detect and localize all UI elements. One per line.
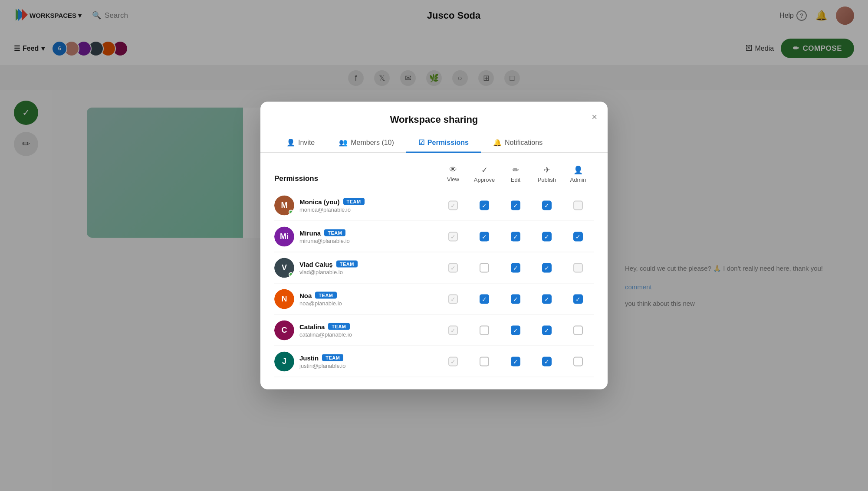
check-cell-0[interactable]: ✓	[437, 263, 469, 272]
check-cell-4[interactable]	[562, 200, 594, 210]
checkbox-checked[interactable]: ✓	[511, 325, 520, 335]
check-cell-3[interactable]: ✓	[531, 263, 562, 272]
checkbox-disabled-checked[interactable]: ✓	[448, 200, 458, 210]
check-cell-3[interactable]: ✓	[531, 294, 562, 304]
tab-members[interactable]: 👥 Members (10)	[327, 134, 406, 153]
check-cell-2[interactable]: ✓	[500, 263, 531, 272]
checkbox-checked[interactable]: ✓	[480, 232, 489, 241]
check-cell-1[interactable]	[469, 357, 500, 366]
checkbox-checked[interactable]: ✓	[542, 357, 552, 366]
col-admin: 👤 Admin	[562, 165, 594, 183]
user-avatar-1: Mi	[274, 226, 294, 246]
user-info: C Catalina TEAM catalina@planable.io	[274, 320, 437, 340]
check-cell-0[interactable]: ✓	[437, 200, 469, 210]
user-details: Miruna TEAM miruna@planable.io	[299, 229, 350, 244]
invite-icon: 👤	[286, 138, 295, 147]
checkbox-checked[interactable]: ✓	[542, 294, 552, 304]
check-cell-2[interactable]: ✓	[500, 232, 531, 241]
checkbox-checked[interactable]: ✓	[480, 294, 489, 304]
user-name: Vlad Caluș	[299, 260, 333, 268]
publish-icon: ✈	[544, 165, 550, 175]
check-cell-1[interactable]	[469, 325, 500, 335]
check-cell-4[interactable]	[562, 263, 594, 272]
check-cell-4[interactable]: ✓	[562, 294, 594, 304]
checkbox-disabled-checked[interactable]: ✓	[448, 263, 458, 272]
check-cell-4[interactable]: ✓	[562, 232, 594, 241]
team-badge: TEAM	[343, 198, 365, 205]
user-name-row: Noa TEAM	[299, 291, 342, 299]
user-info: Mi Miruna TEAM miruna@planable.io	[274, 226, 437, 246]
checkbox-unchecked[interactable]	[480, 263, 489, 272]
team-badge: TEAM	[324, 229, 345, 236]
checkbox-unchecked-large[interactable]	[573, 325, 583, 335]
check-cell-1[interactable]: ✓	[469, 200, 500, 210]
check-cell-1[interactable]: ✓	[469, 294, 500, 304]
checkbox-disabled[interactable]	[573, 200, 583, 210]
checkbox-unchecked-large[interactable]	[573, 357, 583, 366]
user-details: Noa TEAM noa@planable.io	[299, 291, 342, 306]
checkbox-disabled-checked[interactable]: ✓	[448, 294, 458, 304]
check-cell-0[interactable]: ✓	[437, 325, 469, 335]
check-cell-3[interactable]: ✓	[531, 232, 562, 241]
checkbox-disabled-checked[interactable]: ✓	[448, 325, 458, 335]
team-badge: TEAM	[336, 261, 358, 268]
check-cell-3[interactable]: ✓	[531, 200, 562, 210]
user-email: justin@planable.io	[299, 362, 345, 369]
user-name-row: Monica (you) TEAM	[299, 198, 365, 205]
user-details: Catalina TEAM catalina@planable.io	[299, 323, 352, 337]
checkbox-checked[interactable]: ✓	[542, 263, 552, 272]
check-cell-2[interactable]: ✓	[500, 357, 531, 366]
checkbox-checked[interactable]: ✓	[480, 200, 489, 210]
checkbox-checked[interactable]: ✓	[542, 232, 552, 241]
user-info: N Noa TEAM noa@planable.io	[274, 289, 437, 309]
tab-notifications[interactable]: 🔔 Notifications	[481, 134, 555, 153]
checkbox-checked[interactable]: ✓	[511, 200, 520, 210]
modal-tabs: 👤 Invite 👥 Members (10) ☑ Permissions 🔔 …	[260, 134, 608, 153]
checkbox-checked[interactable]: ✓	[511, 263, 520, 272]
check-cell-4[interactable]	[562, 325, 594, 335]
checkbox-checked[interactable]: ✓	[573, 294, 583, 304]
check-cell-1[interactable]: ✓	[469, 232, 500, 241]
approve-icon: ✓	[481, 165, 488, 175]
checkbox-checked[interactable]: ✓	[511, 294, 520, 304]
tab-invite[interactable]: 👤 Invite	[274, 134, 327, 153]
perm-checks: ✓ ✓ ✓ ✓	[437, 200, 594, 210]
permissions-header: Permissions 👁 View ✓ Approve ✏ Edit	[274, 165, 594, 183]
user-email: noa@planable.io	[299, 300, 342, 306]
checkbox-checked[interactable]: ✓	[511, 357, 520, 366]
user-details: Monica (you) TEAM monica@planable.io	[299, 198, 365, 213]
checkbox-checked[interactable]: ✓	[542, 325, 552, 335]
user-email: vlad@planable.io	[299, 268, 358, 275]
check-cell-1[interactable]	[469, 263, 500, 272]
tab-permissions[interactable]: ☑ Permissions	[406, 134, 481, 153]
check-cell-0[interactable]: ✓	[437, 357, 469, 366]
modal-close-button[interactable]: ×	[592, 112, 597, 122]
checkbox-disabled-checked[interactable]: ✓	[448, 232, 458, 241]
perm-checks: ✓ ✓ ✓	[437, 357, 594, 366]
check-cell-3[interactable]: ✓	[531, 357, 562, 366]
team-badge: TEAM	[328, 323, 349, 330]
user-info: M Monica (you) TEAM monica@planable.io	[274, 195, 437, 215]
check-cell-2[interactable]: ✓	[500, 200, 531, 210]
checkbox-checked[interactable]: ✓	[511, 232, 520, 241]
check-cell-0[interactable]: ✓	[437, 232, 469, 241]
check-cell-4[interactable]	[562, 357, 594, 366]
checkbox-checked[interactable]: ✓	[573, 232, 583, 241]
checkbox-unchecked[interactable]	[480, 325, 489, 335]
user-email: miruna@planable.io	[299, 237, 350, 244]
user-rows: M Monica (you) TEAM monica@planable.io ✓…	[274, 190, 594, 377]
perm-checks: ✓ ✓ ✓ ✓ ✓	[437, 232, 594, 241]
user-details: Vlad Caluș TEAM vlad@planable.io	[299, 260, 358, 275]
checkbox-checked[interactable]: ✓	[542, 200, 552, 210]
members-icon: 👥	[339, 138, 348, 147]
checkbox-disabled[interactable]	[573, 263, 583, 272]
user-name: Noa	[299, 291, 312, 299]
check-cell-2[interactable]: ✓	[500, 325, 531, 335]
user-name-row: Catalina TEAM	[299, 323, 352, 330]
checkbox-unchecked[interactable]	[480, 357, 489, 366]
check-cell-2[interactable]: ✓	[500, 294, 531, 304]
table-row: V Vlad Caluș TEAM vlad@planable.io ✓ ✓	[274, 252, 594, 284]
check-cell-0[interactable]: ✓	[437, 294, 469, 304]
checkbox-disabled-checked[interactable]: ✓	[448, 357, 458, 366]
check-cell-3[interactable]: ✓	[531, 325, 562, 335]
